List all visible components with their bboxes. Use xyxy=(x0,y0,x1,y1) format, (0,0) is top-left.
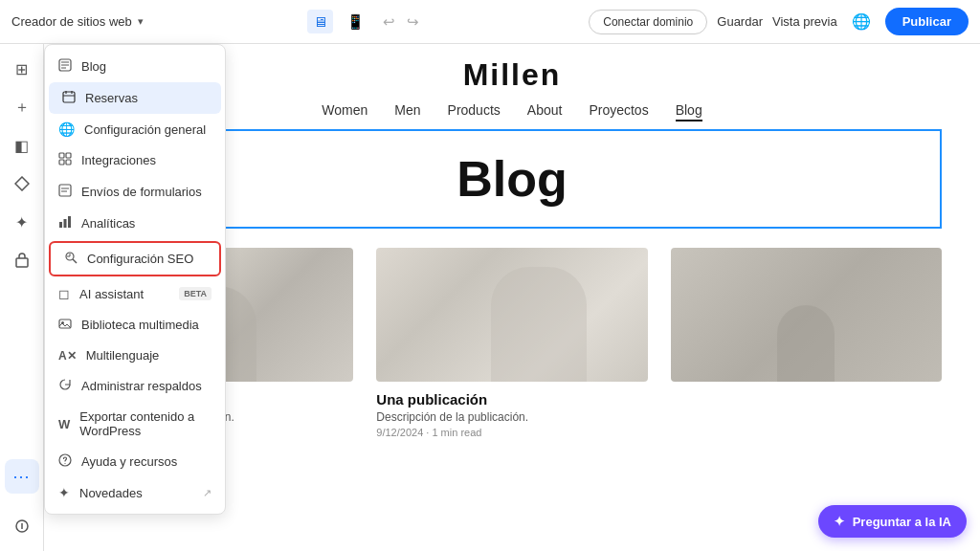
analytics-icon xyxy=(58,215,72,231)
media-library-icon xyxy=(58,317,72,333)
menu-seo-label: Configuración SEO xyxy=(87,252,206,266)
sidebar-bottom-btn[interactable] xyxy=(5,509,39,543)
nav-products[interactable]: Products xyxy=(448,102,501,121)
nav-women[interactable]: Women xyxy=(322,102,368,121)
blog-card-image-2 xyxy=(376,248,647,382)
svg-marker-0 xyxy=(15,177,29,190)
nav-proyectos[interactable]: Proyectos xyxy=(589,102,648,121)
menu-analytics-label: Analíticas xyxy=(81,216,212,231)
svg-rect-16 xyxy=(59,185,71,196)
svg-rect-8 xyxy=(63,92,75,102)
menu-item-integrations[interactable]: Integraciones xyxy=(45,144,225,176)
menu-reservations-label: Reservas xyxy=(85,91,208,105)
seo-icon xyxy=(64,251,78,267)
sidebar-components-btn[interactable]: ✦ xyxy=(5,205,39,239)
menu-item-form-submissions[interactable]: Envíos de formularios xyxy=(45,176,225,208)
top-bar: Creador de sitios web ▾ 🖥 📱 ↩ ↪ Conectar… xyxy=(0,0,980,44)
blog-card-2[interactable]: Una publicación Descripción de la public… xyxy=(376,248,647,438)
nav-blog[interactable]: Blog xyxy=(676,102,702,121)
blog-card-meta-2: 9/12/2024 · 1 min read xyxy=(376,427,647,438)
menu-news-label: Novedades xyxy=(79,486,193,500)
menu-item-analytics[interactable]: Analíticas xyxy=(45,208,225,239)
arch-decoration-3 xyxy=(777,305,835,382)
menu-blog-label: Blog xyxy=(81,59,212,74)
menu-media-library-label: Biblioteca multimedia xyxy=(81,318,212,332)
menu-item-multilang[interactable]: A✕ Multilenguaje xyxy=(45,341,225,370)
menu-export-wp-label: Exportar contenido a WordPress xyxy=(79,409,212,438)
help-icon xyxy=(58,453,72,470)
form-submissions-icon xyxy=(58,184,72,200)
menu-multilang-label: Multilenguaje xyxy=(86,348,212,363)
top-bar-left: Creador de sitios web ▾ xyxy=(11,14,144,29)
undo-redo-group: ↩ ↪ xyxy=(378,10,424,34)
menu-item-news[interactable]: ✦ Novedades ↗ xyxy=(45,477,225,508)
app-title: Creador de sitios web xyxy=(11,14,132,29)
language-button[interactable]: 🌐 xyxy=(847,8,876,36)
ai-button-label: Preguntar a la IA xyxy=(853,515,951,529)
menu-integrations-label: Integraciones xyxy=(81,153,212,167)
main-layout: ⊞ ＋ ◧ ✦ ··· Blog R xyxy=(0,44,980,551)
blog-card-3[interactable] xyxy=(671,248,942,438)
news-icon: ✦ xyxy=(58,485,70,500)
reservations-icon xyxy=(62,90,76,106)
nav-men[interactable]: Men xyxy=(394,102,420,121)
menu-backups-label: Administrar respaldos xyxy=(81,379,212,393)
sidebar-media-btn[interactable] xyxy=(5,166,39,201)
svg-rect-14 xyxy=(59,160,64,165)
top-bar-right: Conectar dominio Guardar Vista previa 🌐 … xyxy=(589,8,969,36)
menu-item-media-library[interactable]: Biblioteca multimedia xyxy=(45,309,225,341)
menu-item-help[interactable]: Ayuda y recursos xyxy=(45,446,225,477)
menu-help-label: Ayuda y recursos xyxy=(81,454,212,469)
general-config-icon: 🌐 xyxy=(58,121,75,137)
blog-card-title-2: Una publicación xyxy=(376,391,647,408)
sidebar-pages-btn[interactable]: ⊞ xyxy=(5,52,39,86)
menu-item-seo[interactable]: Configuración SEO xyxy=(49,241,221,276)
svg-rect-12 xyxy=(59,153,64,158)
mobile-device-btn[interactable]: 📱 xyxy=(341,10,370,34)
desktop-device-btn[interactable]: 🖥 xyxy=(307,10,333,33)
svg-rect-13 xyxy=(66,153,71,158)
connect-domain-button[interactable]: Conectar dominio xyxy=(589,10,707,34)
svg-line-23 xyxy=(73,259,77,263)
menu-ai-assistant-label: AI assistant xyxy=(79,287,169,301)
sidebar-store-btn[interactable] xyxy=(5,243,39,277)
multilang-icon: A✕ xyxy=(58,349,77,363)
wordpress-icon: W xyxy=(58,417,70,431)
menu-item-backups[interactable]: Administrar respaldos xyxy=(45,370,225,402)
undo-btn[interactable]: ↩ xyxy=(378,10,400,34)
external-link-icon: ↗ xyxy=(203,487,212,499)
svg-rect-1 xyxy=(16,258,28,267)
menu-item-export-wp[interactable]: W Exportar contenido a WordPress xyxy=(45,402,225,446)
chevron-down-icon: ▾ xyxy=(138,15,144,28)
beta-badge: BETA xyxy=(179,287,212,300)
svg-point-29 xyxy=(64,463,65,464)
blog-icon xyxy=(58,58,72,75)
save-button[interactable]: Guardar xyxy=(717,14,763,29)
menu-form-submissions-label: Envíos de formularios xyxy=(81,185,212,199)
svg-rect-21 xyxy=(68,216,71,228)
blog-card-desc-2: Descripción de la publicación. xyxy=(376,410,647,424)
arch-decoration-2 xyxy=(491,267,587,382)
sidebar-add-btn[interactable]: ＋ xyxy=(5,90,39,124)
backups-icon xyxy=(58,378,72,394)
menu-item-reservations[interactable]: Reservas xyxy=(49,82,221,114)
ai-sparkle-icon: ✦ xyxy=(834,514,845,529)
preview-button[interactable]: Vista previa xyxy=(772,14,837,29)
ai-assistant-icon: ◻ xyxy=(58,286,70,301)
nav-about[interactable]: About xyxy=(527,102,563,121)
publish-button[interactable]: Publicar xyxy=(885,8,969,35)
sidebar-icons: ⊞ ＋ ◧ ✦ ··· xyxy=(0,44,44,551)
menu-item-ai-assistant[interactable]: ◻ AI assistant BETA xyxy=(45,278,225,309)
sidebar-layers-btn[interactable]: ◧ xyxy=(5,128,39,163)
svg-rect-15 xyxy=(66,160,71,165)
integrations-icon xyxy=(58,152,72,168)
dropdown-menu: Blog Reservas 🌐 Configuración general In… xyxy=(44,44,226,515)
redo-btn[interactable]: ↪ xyxy=(402,10,424,34)
menu-item-blog[interactable]: Blog xyxy=(45,51,225,82)
ai-assistant-button[interactable]: ✦ Preguntar a la IA xyxy=(818,505,967,538)
top-bar-center: 🖥 📱 ↩ ↪ xyxy=(307,10,424,34)
sidebar-more-btn[interactable]: ··· xyxy=(5,459,39,494)
menu-item-general-config[interactable]: 🌐 Configuración general xyxy=(45,114,225,144)
menu-general-config-label: Configuración general xyxy=(84,122,212,137)
blog-card-image-3 xyxy=(671,248,942,382)
